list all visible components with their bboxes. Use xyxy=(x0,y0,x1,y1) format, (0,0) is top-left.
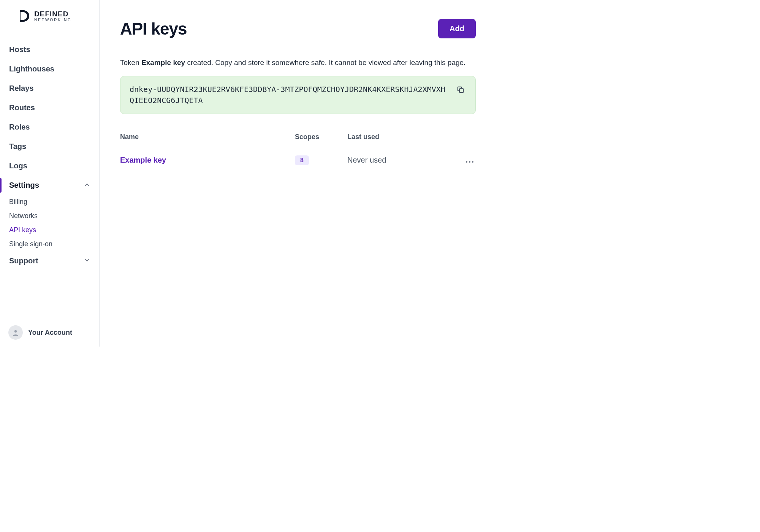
svg-point-0 xyxy=(14,330,17,332)
svg-point-3 xyxy=(469,161,470,163)
logo-icon xyxy=(18,8,30,24)
settings-subnav: Billing Networks API keys Single sign-on xyxy=(0,195,99,251)
sidebar-item-hosts[interactable]: Hosts xyxy=(0,40,99,59)
row-actions-button[interactable] xyxy=(464,154,476,167)
page-header: API keys Add xyxy=(120,19,476,38)
notice-key-name: Example key xyxy=(141,59,185,66)
api-key-last-used: Never used xyxy=(347,156,457,165)
table-row: Example key 8 Never used xyxy=(120,145,476,176)
sidebar-item-label: Networks xyxy=(9,212,38,220)
brand-logo[interactable]: DEFINED NETWORKING xyxy=(0,0,99,32)
column-name-header: Name xyxy=(120,133,295,141)
account-menu[interactable]: Your Account xyxy=(0,318,99,347)
api-key-scopes-cell: 8 xyxy=(295,155,347,165)
notice-text-prefix: Token xyxy=(120,59,141,66)
sidebar-item-label: Roles xyxy=(9,123,30,131)
svg-point-2 xyxy=(466,161,467,163)
sidebar-item-label: Single sign-on xyxy=(9,240,52,248)
account-label: Your Account xyxy=(28,329,72,337)
add-button[interactable]: Add xyxy=(438,19,476,38)
page-title: API keys xyxy=(120,19,187,38)
svg-point-4 xyxy=(472,161,473,163)
sidebar-item-label: Relays xyxy=(9,84,34,93)
sidebar-item-relays[interactable]: Relays xyxy=(0,79,99,98)
sidebar-item-label: Billing xyxy=(9,198,27,206)
notice-text-suffix: created. Copy and store it somewhere saf… xyxy=(185,59,466,66)
sidebar-item-label: Routes xyxy=(9,103,35,112)
sidebar-item-networks[interactable]: Networks xyxy=(0,209,99,223)
sidebar-item-tags[interactable]: Tags xyxy=(0,137,99,156)
svg-rect-1 xyxy=(459,89,463,92)
copy-button[interactable] xyxy=(455,84,466,97)
sidebar-item-label: Tags xyxy=(9,142,26,151)
sidebar-item-single-sign-on[interactable]: Single sign-on xyxy=(0,237,99,251)
sidebar-item-logs[interactable]: Logs xyxy=(0,156,99,176)
sidebar-item-label: Logs xyxy=(9,162,27,170)
copy-icon xyxy=(456,89,465,95)
sidebar-item-label: Hosts xyxy=(9,45,30,54)
table-header: Name Scopes Last used xyxy=(120,129,476,145)
sidebar-item-routes[interactable]: Routes xyxy=(0,98,99,117)
sidebar-item-label: Lighthouses xyxy=(9,65,54,73)
brand-subtitle: NETWORKING xyxy=(34,18,72,22)
more-horizontal-icon xyxy=(465,155,474,165)
sidebar-item-roles[interactable]: Roles xyxy=(0,117,99,137)
token-display: dnkey-UUDQYNIR23KUE2RV6KFE3DDBYA-3MTZPOF… xyxy=(120,76,476,114)
column-scopes-header: Scopes xyxy=(295,133,347,141)
token-value: dnkey-UUDQYNIR23KUE2RV6KFE3DDBYA-3MTZPOF… xyxy=(130,84,447,106)
main-nav: Hosts Lighthouses Relays Routes Roles Ta… xyxy=(0,32,99,347)
sidebar-item-lighthouses[interactable]: Lighthouses xyxy=(0,59,99,79)
sidebar-item-label: API keys xyxy=(9,226,36,234)
sidebar: DEFINED NETWORKING Hosts Lighthouses Rel… xyxy=(0,0,100,347)
sidebar-item-settings[interactable]: Settings xyxy=(0,176,99,195)
sidebar-item-support[interactable]: Support xyxy=(0,251,99,271)
main-content: API keys Add Token Example key created. … xyxy=(100,0,495,347)
brand-name: DEFINED xyxy=(34,10,72,17)
sidebar-item-api-keys[interactable]: API keys xyxy=(0,223,99,237)
sidebar-item-billing[interactable]: Billing xyxy=(0,195,99,209)
token-notice: Token Example key created. Copy and stor… xyxy=(120,57,476,68)
api-key-name-link[interactable]: Example key xyxy=(120,156,295,165)
column-last-used-header: Last used xyxy=(347,133,457,141)
sidebar-item-label: Support xyxy=(9,256,38,265)
avatar xyxy=(8,325,23,340)
scope-badge[interactable]: 8 xyxy=(295,155,309,165)
chevron-up-icon xyxy=(84,181,90,190)
sidebar-item-label: Settings xyxy=(9,181,39,190)
chevron-down-icon xyxy=(84,256,90,265)
